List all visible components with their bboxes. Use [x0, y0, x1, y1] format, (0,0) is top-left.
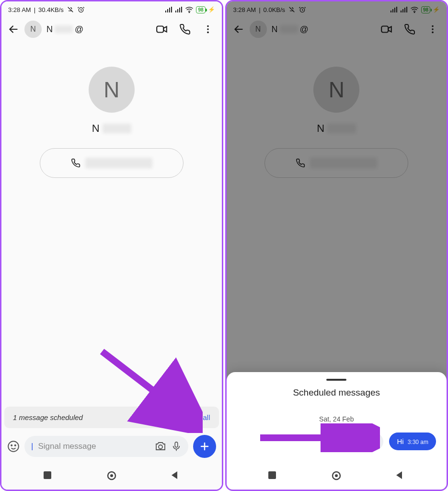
video-call-button[interactable]: [380, 23, 393, 35]
sheet-handle[interactable]: [326, 379, 346, 381]
avatar-small[interactable]: N: [24, 21, 42, 38]
back-button[interactable]: [232, 23, 245, 35]
svg-point-9: [159, 445, 162, 449]
app-header: N N @: [1, 16, 222, 43]
phone-left: 3:28 AM | 30.4KB/s 98 ⚡: [0, 0, 223, 491]
wifi-icon: [410, 6, 419, 13]
camera-icon[interactable]: [155, 441, 166, 452]
input-placeholder: Signal message: [38, 442, 149, 451]
scheduled-sheet[interactable]: Scheduled messages Sat, 24 Feb Hi 3:30 a…: [227, 372, 447, 490]
menu-button[interactable]: [202, 23, 214, 35]
sheet-title: Scheduled messages: [227, 387, 447, 398]
blurred-text: [327, 124, 356, 133]
alarm-icon: [299, 6, 306, 13]
svg-rect-17: [381, 26, 388, 33]
svg-rect-10: [175, 442, 178, 447]
status-bar: 3:28 AM | 30.4KB/s 98 ⚡: [1, 1, 222, 16]
wifi-icon: [185, 6, 194, 13]
mic-icon[interactable]: [171, 441, 182, 452]
android-nav-bar: [227, 464, 447, 490]
blurred-text: [85, 158, 152, 168]
nav-back[interactable]: [395, 470, 405, 481]
android-nav-bar: [1, 464, 222, 490]
header-contact-name[interactable]: N @: [272, 24, 376, 35]
charging-icon: ⚡: [433, 6, 440, 13]
svg-point-19: [432, 28, 434, 30]
phone-number-button[interactable]: [264, 148, 408, 178]
svg-point-5: [207, 32, 209, 34]
scheduled-text: 1 message scheduled: [13, 413, 83, 421]
input-bar: | Signal message: [1, 432, 222, 464]
svg-point-15: [300, 8, 304, 12]
blurred-text: [280, 25, 298, 33]
svg-point-7: [11, 445, 12, 446]
svg-rect-22: [268, 471, 276, 479]
nav-home[interactable]: [331, 470, 342, 481]
scheduled-banner: 1 message scheduled See all: [4, 407, 219, 428]
phone-right: 3:28 AM | 0.0KB/s 98 ⚡: [225, 0, 448, 491]
mute-icon: [288, 6, 296, 13]
nav-back[interactable]: [170, 470, 181, 481]
status-speed: 0.0KB/s: [264, 6, 286, 13]
voice-call-button[interactable]: [403, 23, 416, 35]
attach-button[interactable]: [193, 435, 216, 458]
svg-point-24: [335, 474, 338, 477]
contact-name: N: [92, 122, 131, 135]
video-call-button[interactable]: [156, 23, 168, 35]
status-bar: 3:28 AM | 0.0KB/s 98 ⚡: [227, 1, 447, 16]
avatar-small[interactable]: N: [250, 21, 267, 38]
battery-icon: 98: [196, 6, 205, 13]
status-speed: 30.4KB/s: [38, 6, 64, 13]
svg-point-3: [207, 25, 209, 27]
svg-point-18: [432, 25, 434, 27]
see-all-link[interactable]: See all: [188, 413, 210, 421]
blurred-text: [103, 124, 131, 133]
status-time: 3:28 AM: [233, 6, 256, 13]
blurred-text: [310, 158, 377, 168]
svg-point-8: [15, 445, 16, 446]
nav-recent[interactable]: [43, 470, 53, 481]
contact-name: N: [317, 122, 356, 135]
svg-point-13: [110, 474, 113, 477]
chat-body: N N: [1, 43, 222, 407]
signal-icon: [175, 6, 183, 13]
signal-icon: [390, 6, 398, 13]
svg-rect-2: [157, 26, 163, 33]
status-time: 3:28 AM: [8, 6, 31, 13]
svg-point-16: [414, 12, 415, 13]
charging-icon: ⚡: [208, 6, 215, 13]
header-contact-name[interactable]: N @: [46, 24, 151, 35]
sheet-date: Sat, 24 Feb: [227, 415, 447, 423]
message-text: Hi: [397, 437, 403, 445]
svg-rect-11: [44, 471, 51, 479]
avatar-large[interactable]: N: [89, 67, 135, 113]
scheduled-message-row: Hi 3:30 am: [227, 433, 447, 464]
phone-icon: [296, 158, 305, 168]
menu-button[interactable]: [426, 23, 439, 35]
signal-icon: [400, 6, 408, 13]
signal-icon: [165, 6, 172, 13]
blurred-text: [55, 25, 73, 33]
voice-call-button[interactable]: [179, 23, 191, 35]
svg-point-4: [207, 28, 209, 30]
svg-point-20: [432, 32, 434, 34]
battery-icon: 98: [421, 6, 430, 13]
nav-home[interactable]: [106, 470, 117, 481]
message-time: 3:30 am: [408, 439, 428, 445]
scheduled-message-bubble[interactable]: Hi 3:30 am: [389, 433, 436, 450]
nav-recent[interactable]: [267, 470, 278, 481]
phone-icon: [71, 158, 80, 168]
phone-number-button[interactable]: [40, 148, 184, 178]
back-button[interactable]: [7, 23, 20, 35]
avatar-large[interactable]: N: [313, 67, 359, 113]
emoji-button[interactable]: [7, 440, 20, 453]
calendar-icon[interactable]: [366, 433, 383, 450]
svg-point-1: [189, 12, 190, 13]
mute-icon: [67, 6, 74, 13]
app-header: N N @: [227, 16, 447, 43]
message-input[interactable]: | Signal message: [24, 436, 188, 457]
alarm-icon: [77, 6, 85, 13]
svg-point-6: [8, 441, 19, 452]
